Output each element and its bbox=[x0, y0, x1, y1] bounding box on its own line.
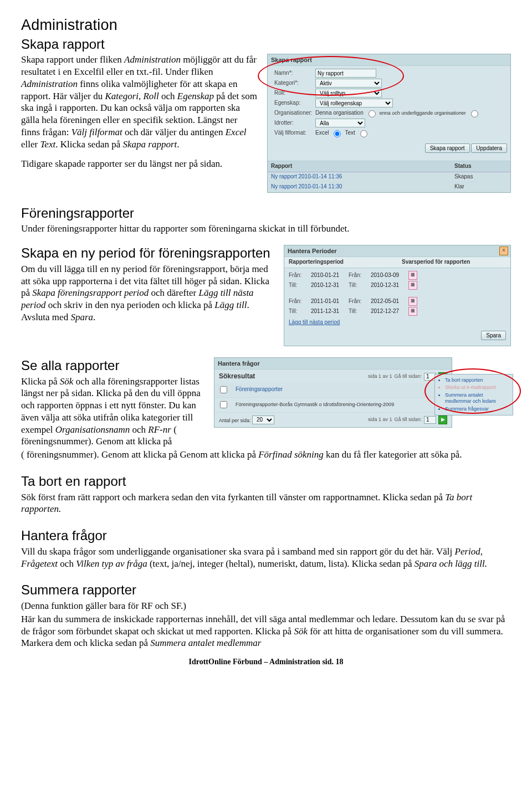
col-rapport: Rapport bbox=[268, 161, 451, 172]
val-rp-from-0: 2010-01-21 bbox=[311, 272, 345, 279]
label-idrotter: Idrotter: bbox=[274, 120, 313, 127]
para-hantera-fragor: Vill du skapa frågor som underliggande o… bbox=[21, 546, 511, 570]
pager-label: Gå till sidan: bbox=[394, 373, 422, 380]
panel-skapa-rapport: Skapa rapport Namn*: Kategori*:Aktiv Rol… bbox=[267, 54, 511, 192]
para-se-alla-2: ( föreningsnummer). Genom att klicka på … bbox=[21, 449, 511, 461]
label-egenskap: Egenskap: bbox=[274, 100, 313, 107]
panel-header: Hantera Perioder × bbox=[284, 245, 510, 257]
org-opt1: Denna organisation bbox=[315, 110, 364, 117]
para-summera-0: (Denna funktion gäller bara för RF och S… bbox=[21, 600, 511, 612]
panel-hantera-fragor: Hantera frågor Sökresultat sida 1 av 1 G… bbox=[214, 357, 452, 428]
checkbox-row[interactable] bbox=[220, 401, 227, 408]
val-sp-to-1: 2012-12-27 bbox=[371, 308, 405, 315]
radio-excel[interactable] bbox=[334, 130, 341, 137]
heading-foreningsrapporter: Föreningsrapporter bbox=[21, 205, 511, 222]
col-status: Status bbox=[451, 161, 510, 172]
panel-header: Hantera frågor bbox=[214, 358, 452, 370]
button-spara[interactable]: Spara bbox=[481, 331, 506, 340]
label-antal-per-sida: Antal per sida: bbox=[219, 417, 251, 423]
radio-text[interactable] bbox=[360, 130, 367, 137]
link-lagg-till-period[interactable]: Lägg till nästa period bbox=[284, 317, 510, 329]
heading-sokresultat: Sökresultat bbox=[219, 372, 255, 381]
pager-info: sida 1 av 1 bbox=[368, 417, 392, 423]
heading-summera: Summera rapporter bbox=[21, 582, 511, 599]
label-filformat: Välj filformat: bbox=[274, 130, 313, 137]
para-ta-bort: Sök först fram rätt rapport och markera … bbox=[21, 491, 511, 516]
label-till: Till: bbox=[289, 308, 308, 315]
pager-input[interactable] bbox=[424, 416, 436, 424]
org-opt2: enna och underliggande organisationer bbox=[380, 110, 466, 117]
col-rapporteringsperiod: Rapporteringsperiod bbox=[284, 257, 397, 268]
select-idrotter[interactable]: Alla bbox=[315, 119, 365, 127]
pager-label: Gå till sidan: bbox=[394, 417, 422, 423]
radio-org-2[interactable] bbox=[471, 110, 478, 117]
label-organisationer: Organisationer: bbox=[274, 110, 313, 117]
col-foreningsrapporter[interactable]: Föreningsrapporter bbox=[232, 383, 452, 397]
col-svarsperiod: Svarsperiod för rapporten bbox=[397, 257, 510, 268]
select-egenskap[interactable]: Välj rollegenskap bbox=[315, 99, 393, 107]
radio-org-1[interactable] bbox=[369, 110, 376, 117]
para-summera-1: Här kan du summera de inskickade rapport… bbox=[21, 613, 511, 649]
heading-se-alla: Se alla rapporter bbox=[21, 357, 204, 374]
page-title: Administration bbox=[21, 16, 511, 35]
page-footer: IdrottOnline Förbund – Administration si… bbox=[21, 657, 511, 667]
val-rp-from-1: 2011-01-01 bbox=[311, 298, 345, 305]
label-fran: Från: bbox=[289, 272, 308, 279]
report-list: Rapport Status Ny rapport 2010-01-14 11:… bbox=[268, 161, 510, 192]
table-row[interactable]: Ny rapport 2010-01-14 11:30 Klar bbox=[268, 182, 510, 192]
val-sp-to-0: 2010-12-31 bbox=[371, 282, 405, 289]
checkbox-select-all[interactable] bbox=[220, 386, 227, 393]
calendar-icon[interactable]: ▦ bbox=[408, 281, 417, 290]
button-uppdatera[interactable]: Uppdatera bbox=[471, 143, 507, 153]
para-se-alla: Klicka på Sök och alla föreningsrapporte… bbox=[21, 376, 204, 448]
annotation-ellipse-form bbox=[258, 56, 404, 96]
pager-info: sida 1 av 1 bbox=[368, 373, 392, 380]
para-skapa-rapport-1: Skapa rapport under fliken Administratio… bbox=[21, 54, 257, 150]
heading-hantera-fragor: Hantera frågor bbox=[21, 527, 511, 545]
label-fran: Från: bbox=[349, 272, 367, 279]
para-foreningsrapporter: Under föreningsrapporter hittar du rappo… bbox=[21, 223, 511, 235]
label-fran: Från: bbox=[289, 298, 308, 305]
ff-text-label: Text bbox=[345, 130, 355, 137]
calendar-icon[interactable]: ▦ bbox=[408, 297, 417, 306]
button-skapa-rapport[interactable]: Skapa rapport bbox=[425, 143, 470, 153]
val-rp-to-0: 2010-12-31 bbox=[311, 282, 345, 289]
heading-skapa-rapport: Skapa rapport bbox=[21, 36, 511, 53]
panel-hantera-perioder: Hantera Perioder × Rapporteringsperiod S… bbox=[284, 245, 511, 346]
label-till: Till: bbox=[349, 282, 367, 289]
val-rp-to-1: 2011-12-31 bbox=[311, 308, 345, 315]
label-fran: Från: bbox=[349, 298, 367, 305]
go-icon[interactable]: ▶ bbox=[438, 415, 447, 424]
heading-skapa-period: Skapa en ny period för föreningsrapporte… bbox=[21, 245, 274, 262]
label-till: Till: bbox=[289, 282, 308, 289]
label-till: Till: bbox=[349, 308, 367, 315]
para-skapa-rapport-2: Tidigare skapade rapporter ser du längst… bbox=[21, 158, 257, 170]
val-sp-from-1: 2012-05-01 bbox=[371, 298, 405, 305]
close-icon[interactable]: × bbox=[499, 247, 508, 255]
val-sp-from-0: 2010-03-09 bbox=[371, 272, 405, 279]
table-row[interactable]: Föreningsrapporter-Borås Gymnastik o Idr… bbox=[214, 397, 452, 412]
heading-ta-bort: Ta bort en rapport bbox=[21, 473, 511, 490]
table-row[interactable]: Ny rapport 2010-01-14 11:36 Skapas bbox=[268, 172, 510, 182]
ff-excel-label: Excel bbox=[315, 130, 329, 137]
calendar-icon[interactable]: ▦ bbox=[408, 307, 417, 316]
calendar-icon[interactable]: ▦ bbox=[408, 271, 417, 280]
para-skapa-period: Om du vill lägga till en ny period för f… bbox=[21, 263, 274, 324]
select-antal[interactable]: 20 bbox=[252, 415, 274, 424]
annotation-ellipse-menu bbox=[424, 368, 521, 414]
